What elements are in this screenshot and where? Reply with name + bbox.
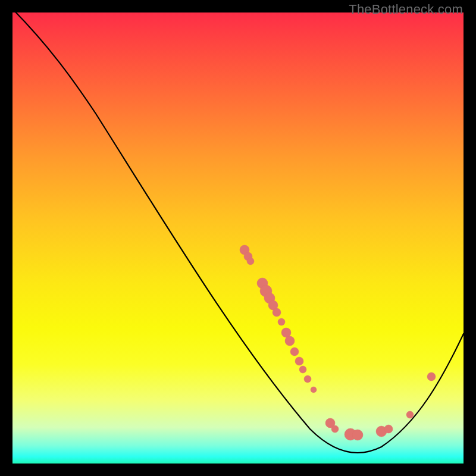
bottleneck-curve (12, 9, 464, 453)
data-dot (331, 425, 339, 433)
data-dot (285, 336, 295, 346)
data-dot (299, 366, 306, 373)
data-dot (311, 387, 317, 393)
data-dot (427, 372, 436, 381)
data-dots (240, 245, 436, 440)
chart-area (12, 12, 464, 464)
data-dot (384, 425, 393, 433)
watermark-text: TheBottleneck.com (349, 2, 463, 17)
data-dot (281, 328, 291, 337)
data-dot (406, 411, 414, 418)
data-dot (278, 318, 285, 325)
data-dot (273, 308, 281, 317)
data-dot (295, 357, 303, 365)
data-dot (352, 430, 363, 440)
data-dot (290, 347, 299, 356)
data-dot (304, 375, 311, 383)
chart-svg (12, 12, 464, 464)
data-dot (247, 258, 254, 265)
